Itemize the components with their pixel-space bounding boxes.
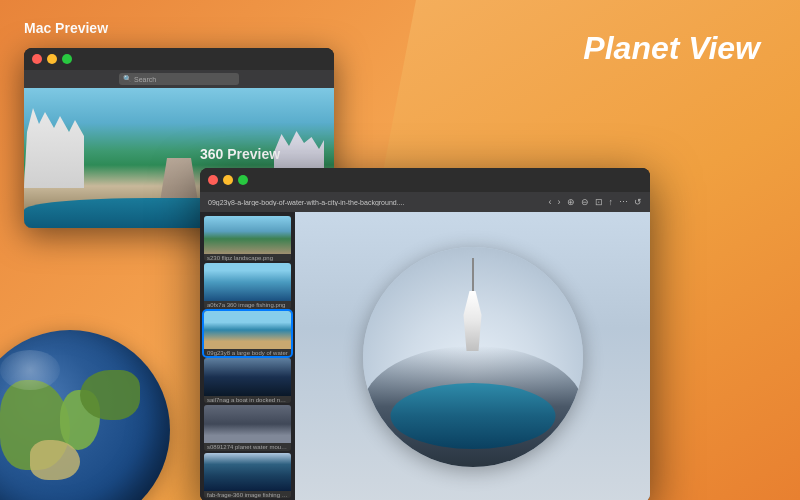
toolbar-path: 09g23y8-a-large-body-of-water-with-a-cit… — [208, 199, 545, 206]
thumb-img-6 — [204, 453, 291, 491]
mac-toolbar: 🔍 Search — [24, 70, 334, 88]
thumb-img-3 — [204, 311, 291, 349]
nav-forward-icon[interactable]: › — [558, 197, 561, 207]
planet-circle — [363, 247, 583, 467]
share-icon[interactable]: ↑ — [609, 197, 614, 207]
planet-container — [295, 212, 650, 500]
thumb-label-1: s230 flipz landscape.png — [204, 254, 291, 261]
thumb-label-2: a0fx7a 360 image fishing.png — [204, 301, 291, 308]
thumbnail-1[interactable]: s230 flipz landscape.png — [204, 216, 291, 261]
mac-titlebar — [24, 48, 334, 70]
zoom-out-icon[interactable]: ⊖ — [581, 197, 589, 207]
maximize-dot[interactable] — [62, 54, 72, 64]
thumb-img-5 — [204, 405, 291, 443]
preview-sidebar: s230 flipz landscape.png a0fx7a 360 imag… — [200, 212, 295, 500]
globe-highlight — [0, 350, 60, 390]
360-preview-window: 09g23y8-a-large-body-of-water-with-a-cit… — [200, 168, 650, 500]
preview-toolbar: 09g23y8-a-large-body-of-water-with-a-cit… — [200, 192, 650, 212]
nav-back-icon[interactable]: ‹ — [549, 197, 552, 207]
preview-content: s230 flipz landscape.png a0fx7a 360 imag… — [200, 212, 650, 500]
thumbnail-2[interactable]: a0fx7a 360 image fishing.png — [204, 263, 291, 308]
preview-titlebar — [200, 168, 650, 192]
preview-minimize-dot[interactable] — [223, 175, 233, 185]
thumbnail-4[interactable]: sail7nag a boat in docked near — [204, 358, 291, 403]
fit-icon[interactable]: ⊡ — [595, 197, 603, 207]
thumb-img-1 — [204, 216, 291, 254]
refresh-icon[interactable]: ↺ — [634, 197, 642, 207]
minimize-dot[interactable] — [47, 54, 57, 64]
thumbnail-5[interactable]: s0891274 planet water moudle... — [204, 405, 291, 450]
thumb-label-4: sail7nag a boat in docked near — [204, 396, 291, 403]
thumb-label-5: s0891274 planet water moudle... — [204, 443, 291, 450]
thumb-label-6: fab-frage-360 image fishing boa... — [204, 491, 291, 498]
zoom-in-icon[interactable]: ⊕ — [567, 197, 575, 207]
close-dot[interactable] — [32, 54, 42, 64]
thumbnail-6[interactable]: fab-frage-360 image fishing boa... — [204, 453, 291, 498]
thumb-label-3: 09g23y8 a large body of water — [204, 349, 291, 356]
mac-search[interactable]: 🔍 Search — [119, 73, 239, 85]
globe-land-north — [80, 370, 140, 420]
360-preview-label: 360 Preview — [200, 146, 280, 162]
mac-preview-label: Mac Preview — [24, 20, 108, 36]
globe-land-desert — [30, 440, 80, 480]
buildings-left — [24, 108, 84, 188]
toolbar-icons: ‹ › ⊕ ⊖ ⊡ ↑ ⋯ ↺ — [549, 197, 643, 207]
thumb-img-2 — [204, 263, 291, 301]
preview-maximize-dot[interactable] — [238, 175, 248, 185]
preview-close-dot[interactable] — [208, 175, 218, 185]
planet-view-title: Planet View — [583, 30, 760, 67]
thumb-img-4 — [204, 358, 291, 396]
thumbnail-3[interactable]: 09g23y8 a large body of water — [204, 311, 291, 356]
more-icon[interactable]: ⋯ — [619, 197, 628, 207]
planet-mast — [472, 258, 474, 293]
preview-main-area — [295, 212, 650, 500]
planet-water-ring — [390, 383, 555, 449]
